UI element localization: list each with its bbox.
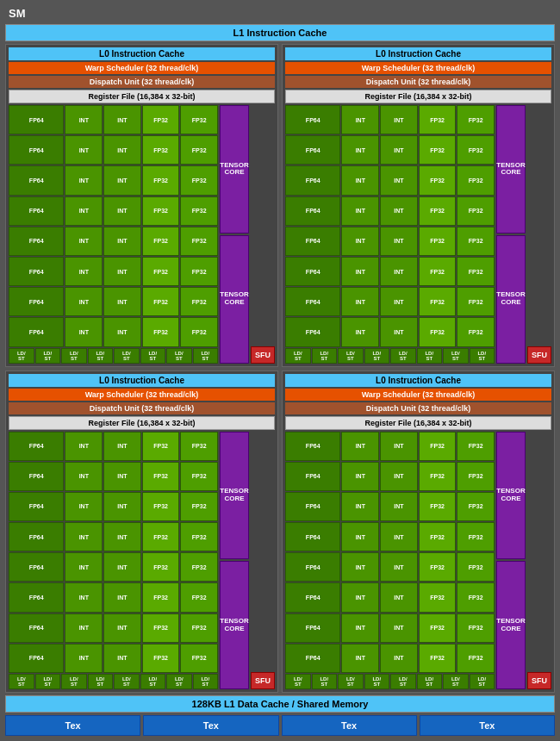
- fp32-cell: FP32: [180, 105, 218, 134]
- int-cell: INT: [380, 644, 418, 673]
- fp-row: FP64 INT INT FP32 FP32: [285, 492, 495, 521]
- sfu-col-3: SFU: [527, 432, 551, 690]
- sm-quad-0: L0 Instruction Cache Warp Scheduler (32 …: [5, 44, 278, 367]
- fp-row: FP64 INT INT FP32 FP32: [9, 257, 218, 286]
- fp64-cell: FP64: [285, 227, 340, 256]
- int-cell: INT: [103, 287, 141, 316]
- fp32-cell: FP32: [419, 105, 457, 134]
- fp32-cell: FP32: [419, 165, 457, 195]
- l1-instruction-cache: L1 Instruction Cache: [5, 24, 555, 41]
- tex-unit-1: Tex: [143, 715, 278, 736]
- fp32-cell: FP32: [142, 613, 180, 643]
- fp64-cell: FP64: [285, 432, 340, 461]
- fp32-cell: FP32: [419, 287, 457, 316]
- int-cell: INT: [380, 287, 418, 316]
- int-cell: INT: [103, 462, 141, 491]
- fp32-cell: FP32: [180, 644, 218, 673]
- l0-cache-0: L0 Instruction Cache: [9, 47, 275, 60]
- fp32-cell: FP32: [180, 522, 218, 551]
- int-cell: INT: [341, 287, 379, 316]
- ldst-cell: LD/ST: [35, 348, 61, 364]
- ldst-cell: LD/ST: [417, 674, 443, 689]
- fp32-cell: FP32: [419, 257, 457, 286]
- int-cell: INT: [380, 522, 418, 551]
- tensor-core-6: TENSORCORE: [496, 432, 526, 560]
- int-cell: INT: [65, 135, 103, 165]
- ldst-cell: LD/ST: [166, 674, 192, 689]
- core-area-0: FP64 INT INT FP32 FP32 FP64 INT INT FP32…: [9, 105, 275, 364]
- int-cell: INT: [341, 257, 379, 286]
- fp-row: FP64 INT INT FP32 FP32: [9, 227, 218, 256]
- fp-row: FP64 INT INT FP32 FP32: [9, 613, 218, 643]
- ldst-cell: LD/ST: [193, 674, 219, 689]
- fp32-cell: FP32: [180, 552, 218, 582]
- ldst-cell: LD/ST: [470, 674, 495, 689]
- reg-file-3: Register File (16,384 x 32-bit): [285, 416, 551, 430]
- int-cell: INT: [341, 492, 379, 521]
- fp-row: FP64 INT INT FP32 FP32: [285, 257, 495, 286]
- int-cell: INT: [341, 582, 379, 612]
- int-cell: INT: [380, 462, 418, 491]
- int-cell: INT: [65, 552, 103, 582]
- core-area-1: FP64 INT INT FP32 FP32 FP64 INT INT FP32…: [285, 105, 551, 364]
- reg-file-2: Register File (16,384 x 32-bit): [9, 416, 275, 430]
- fp-row: FP64 INT INT FP32 FP32: [285, 227, 495, 256]
- fp32-cell: FP32: [142, 227, 180, 256]
- tensor-col-0: TENSORCORE TENSORCORE: [220, 105, 249, 364]
- ldst-cell: LD/ST: [166, 348, 192, 364]
- fp-row: FP64 INT INT FP32 FP32: [9, 196, 218, 226]
- ldst-cell: LD/ST: [88, 348, 114, 364]
- int-cell: INT: [341, 317, 379, 346]
- fp32-cell: FP32: [457, 287, 495, 316]
- fp32-cell: FP32: [142, 432, 180, 461]
- fp64-cell: FP64: [285, 613, 340, 643]
- fp-row: FP64 INT INT FP32 FP32: [285, 105, 495, 134]
- tensor-col-3: TENSORCORE TENSORCORE: [496, 432, 526, 690]
- fp32-cell: FP32: [180, 165, 218, 195]
- fp64-cell: FP64: [9, 257, 64, 286]
- fp32-cell: FP32: [180, 196, 218, 226]
- fp32-cell: FP32: [142, 105, 180, 134]
- int-cell: INT: [341, 462, 379, 491]
- fp64-cell: FP64: [9, 432, 64, 461]
- ldst-cell: LD/ST: [364, 348, 390, 364]
- fp-row: FP64 INT INT FP32 FP32: [285, 462, 495, 491]
- fp-row: FP64 INT INT FP32 FP32: [9, 582, 218, 612]
- fp-int-grid-3: FP64 INT INT FP32 FP32 FP64 INT INT FP32…: [285, 432, 495, 690]
- reg-file-1: Register File (16,384 x 32-bit): [285, 90, 551, 103]
- int-cell: INT: [103, 613, 141, 643]
- reg-file-0: Register File (16,384 x 32-bit): [9, 90, 275, 103]
- fp-row: FP64 INT INT FP32 FP32: [9, 135, 218, 165]
- dispatch-unit-2: Dispatch Unit (32 thread/clk): [9, 402, 275, 414]
- ldst-cell: LD/ST: [9, 348, 34, 364]
- tex-unit-0: Tex: [5, 715, 140, 736]
- dispatch-unit-1: Dispatch Unit (32 thread/clk): [285, 76, 551, 88]
- int-cell: INT: [103, 644, 141, 673]
- fp64-cell: FP64: [285, 522, 340, 551]
- int-cell: INT: [65, 317, 103, 346]
- sfu-1: SFU: [527, 346, 551, 364]
- sfu-col-1: SFU: [527, 105, 551, 364]
- int-cell: INT: [103, 105, 141, 134]
- fp32-cell: FP32: [457, 257, 495, 286]
- fp32-cell: FP32: [180, 135, 218, 165]
- fp64-cell: FP64: [285, 165, 340, 195]
- fp64-cell: FP64: [285, 644, 340, 673]
- fp-row: FP64 INT INT FP32 FP32: [285, 317, 495, 346]
- int-cell: INT: [380, 227, 418, 256]
- ldst-cell: LD/ST: [61, 348, 87, 364]
- ldst-cell: LD/ST: [193, 348, 219, 364]
- fp-row: FP64 INT INT FP32 FP32: [285, 287, 495, 316]
- int-cell: INT: [65, 227, 103, 256]
- fp32-cell: FP32: [180, 492, 218, 521]
- int-cell: INT: [65, 582, 103, 612]
- int-cell: INT: [103, 582, 141, 612]
- fp32-cell: FP32: [180, 227, 218, 256]
- ldst-cell: LD/ST: [35, 674, 61, 689]
- int-cell: INT: [341, 196, 379, 226]
- ldst-cell: LD/ST: [312, 348, 338, 364]
- fp64-cell: FP64: [9, 644, 64, 673]
- fp32-cell: FP32: [457, 135, 495, 165]
- int-cell: INT: [341, 135, 379, 165]
- int-cell: INT: [103, 432, 141, 461]
